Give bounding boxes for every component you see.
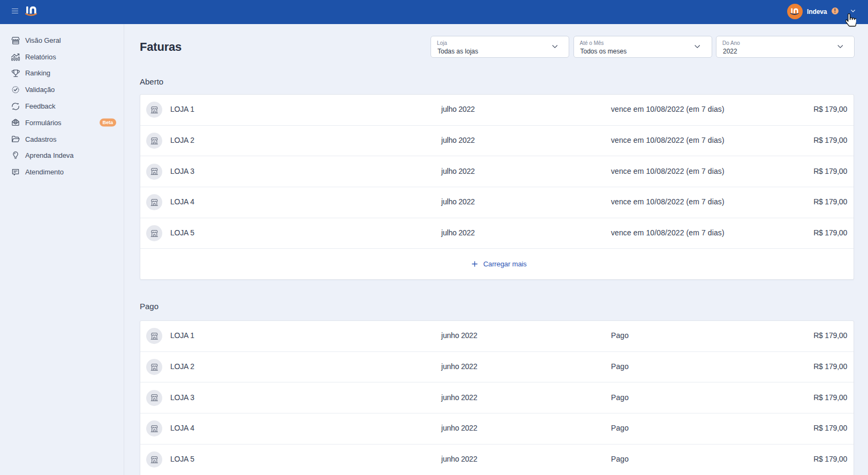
invoice-period: junho 2022 <box>441 362 477 371</box>
chevron-down-icon[interactable] <box>851 10 855 13</box>
invoice-status: Pago <box>611 393 629 402</box>
filter-select-do-ano[interactable]: Do Ano 2022 <box>716 36 855 58</box>
invoice-row[interactable]: LOJA 3 junho 2022 Pago R$ 179,00 <box>140 382 854 413</box>
refresh-icon <box>11 102 20 111</box>
invoice-status: Pago <box>611 331 629 340</box>
filters-bar: Loja Todas as lojas Até o Mês Todos os m… <box>431 36 855 58</box>
sidebar-item-aprenda-indeva[interactable]: Aprenda Indeva <box>0 148 124 164</box>
store-name: LOJA 4 <box>170 197 194 206</box>
invoice-row[interactable]: LOJA 4 junho 2022 Pago R$ 179,00 <box>140 413 854 444</box>
store-icon <box>146 359 162 375</box>
invoice-amount: R$ 179,00 <box>813 197 847 206</box>
sidebar-item-atendimento[interactable]: Atendimento <box>0 164 124 180</box>
invoice-row[interactable]: LOJA 3 julho 2022 vence em 10/08/2022 (e… <box>140 156 854 187</box>
invoice-row[interactable]: LOJA 5 junho 2022 Pago R$ 179,00 <box>140 444 854 475</box>
invoice-period: julho 2022 <box>441 105 475 113</box>
chevron-down-icon <box>552 45 558 49</box>
store-icon <box>146 225 162 241</box>
filter-select-loja[interactable]: Loja Todas as lojas <box>431 36 569 58</box>
store-icon <box>146 328 162 344</box>
store-name: LOJA 3 <box>170 167 194 175</box>
invoice-period: julho 2022 <box>441 167 475 175</box>
invoice-period: julho 2022 <box>441 228 475 237</box>
store-name: LOJA 4 <box>170 424 194 432</box>
invoice-period: junho 2022 <box>441 331 477 340</box>
invoice-period: julho 2022 <box>441 136 475 144</box>
invoice-card-pago: LOJA 1 junho 2022 Pago R$ 179,00 LOJA 2 … <box>140 320 854 475</box>
check-badge-icon <box>11 86 20 94</box>
invoice-status: vence em 10/08/2022 (em 7 dias) <box>611 167 724 175</box>
invoice-amount: R$ 179,00 <box>813 105 847 113</box>
store-icon <box>146 451 162 468</box>
invoice-card-aberto: LOJA 1 julho 2022 vence em 10/08/2022 (e… <box>140 94 854 280</box>
store-name: LOJA 1 <box>170 105 194 113</box>
invoice-period: junho 2022 <box>441 393 477 402</box>
invoice-row[interactable]: LOJA 4 julho 2022 vence em 10/08/2022 (e… <box>140 187 854 218</box>
invoice-amount: R$ 179,00 <box>813 424 847 432</box>
invoice-amount: R$ 179,00 <box>813 362 847 371</box>
invoice-amount: R$ 179,00 <box>813 455 847 463</box>
store-icon <box>146 102 162 118</box>
invoice-amount: R$ 179,00 <box>813 228 847 237</box>
invoice-row[interactable]: LOJA 2 julho 2022 vence em 10/08/2022 (e… <box>140 125 854 156</box>
invoice-amount: R$ 179,00 <box>813 136 847 144</box>
chevron-down-icon <box>837 45 843 49</box>
storefront-icon <box>11 36 20 44</box>
top-bar: Indeva ! <box>0 0 868 24</box>
invoice-amount: R$ 179,00 <box>813 393 847 402</box>
section-heading: Aberto <box>140 78 163 86</box>
user-name[interactable]: Indeva <box>807 8 827 16</box>
invoice-period: junho 2022 <box>441 424 477 432</box>
invoice-status: Pago <box>611 424 629 432</box>
invoice-period: julho 2022 <box>441 197 475 206</box>
store-name: LOJA 1 <box>170 331 194 340</box>
store-name: LOJA 2 <box>170 362 194 371</box>
trophy-icon <box>11 69 20 78</box>
store-name: LOJA 2 <box>170 136 194 144</box>
lightbulb-icon <box>11 151 20 160</box>
store-icon <box>146 133 162 149</box>
hamburger-menu-icon[interactable] <box>12 9 18 16</box>
invoice-status: vence em 10/08/2022 (em 7 dias) <box>611 228 724 237</box>
form-envelope-icon <box>11 118 20 127</box>
section-heading: Pago <box>140 302 158 310</box>
alert-badge[interactable]: ! <box>832 7 839 15</box>
invoice-status: Pago <box>611 455 629 463</box>
sidebar-item-formulários[interactable]: Formulários Beta <box>0 114 124 131</box>
sidebar-item-ranking[interactable]: Ranking <box>0 65 124 82</box>
sidebar: Visão Geral Relatórios Ranking Validação… <box>0 24 124 475</box>
sidebar-item-relatórios[interactable]: Relatórios <box>0 49 124 65</box>
avatar[interactable] <box>787 4 803 19</box>
invoice-status: vence em 10/08/2022 (em 7 dias) <box>611 136 724 144</box>
invoice-row[interactable]: LOJA 2 junho 2022 Pago R$ 179,00 <box>140 351 854 382</box>
main-content: Faturas Loja Todas as lojas Até o Mês To… <box>125 24 868 475</box>
invoice-amount: R$ 179,00 <box>813 167 847 175</box>
invoice-row[interactable]: LOJA 1 julho 2022 vence em 10/08/2022 (e… <box>140 95 854 125</box>
page-title: Faturas <box>140 40 182 54</box>
invoice-amount: R$ 179,00 <box>813 331 847 340</box>
load-more-button[interactable]: Carregar mais <box>140 248 854 279</box>
chevron-down-icon <box>695 45 700 49</box>
beta-badge: Beta <box>100 119 116 127</box>
invoice-status: vence em 10/08/2022 (em 7 dias) <box>611 105 724 113</box>
plus-icon <box>472 261 478 267</box>
store-name: LOJA 5 <box>170 228 194 237</box>
bar-chart-icon <box>11 52 20 61</box>
invoice-row[interactable]: LOJA 5 julho 2022 vence em 10/08/2022 (e… <box>140 218 854 249</box>
invoice-period: junho 2022 <box>441 455 477 463</box>
folder-open-icon <box>11 135 20 143</box>
store-icon <box>146 164 162 180</box>
sidebar-item-cadastros[interactable]: Cadastros <box>0 131 124 148</box>
store-name: LOJA 5 <box>170 455 194 463</box>
store-icon <box>146 194 162 210</box>
invoice-status: vence em 10/08/2022 (em 7 dias) <box>611 197 724 206</box>
sidebar-item-validação[interactable]: Validação <box>0 81 124 98</box>
store-icon <box>146 420 162 436</box>
invoice-row[interactable]: LOJA 1 junho 2022 Pago R$ 179,00 <box>140 321 854 351</box>
sidebar-item-feedback[interactable]: Feedback <box>0 98 124 114</box>
sidebar-item-visão-geral[interactable]: Visão Geral <box>0 32 124 49</box>
indeva-logo-icon[interactable] <box>25 6 37 17</box>
store-name: LOJA 3 <box>170 393 194 402</box>
filter-select-até-o-mês[interactable]: Até o Mês Todos os meses <box>573 36 712 58</box>
chat-icon <box>11 168 20 177</box>
